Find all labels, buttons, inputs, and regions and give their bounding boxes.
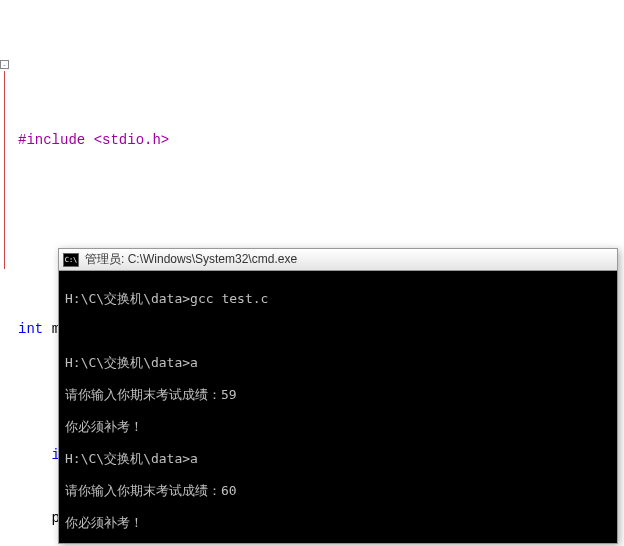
code-line	[18, 193, 624, 214]
cmd-line: H:\C\交换机\data>gcc test.c	[65, 291, 611, 307]
cmd-icon: C:\	[63, 253, 79, 267]
cmd-title: 管理员: C:\Windows\System32\cmd.exe	[85, 251, 297, 268]
fold-guide	[4, 71, 5, 269]
fold-toggle-icon[interactable]: -	[0, 60, 9, 69]
keyword-int: int	[18, 321, 43, 337]
cmd-line: 你必须补考！	[65, 419, 611, 435]
code-line: #include <stdio.h>	[18, 130, 624, 151]
cmd-line: 请你输入你期末考试成绩：59	[65, 387, 611, 403]
cmd-line	[65, 323, 611, 339]
cmd-line: 请你输入你期末考试成绩：60	[65, 483, 611, 499]
cmd-line: H:\C\交换机\data>a	[65, 355, 611, 371]
cmd-output[interactable]: H:\C\交换机\data>gcc test.c H:\C\交换机\data>a…	[59, 271, 617, 543]
cmd-line: H:\C\交换机\data>a	[65, 451, 611, 467]
header-name: <stdio.h>	[94, 132, 170, 148]
cmd-line: 你必须补考！	[65, 515, 611, 531]
cmd-titlebar[interactable]: C:\ 管理员: C:\Windows\System32\cmd.exe	[59, 249, 617, 271]
cmd-window[interactable]: C:\ 管理员: C:\Windows\System32\cmd.exe H:\…	[58, 248, 618, 544]
preprocessor: #include	[18, 132, 85, 148]
